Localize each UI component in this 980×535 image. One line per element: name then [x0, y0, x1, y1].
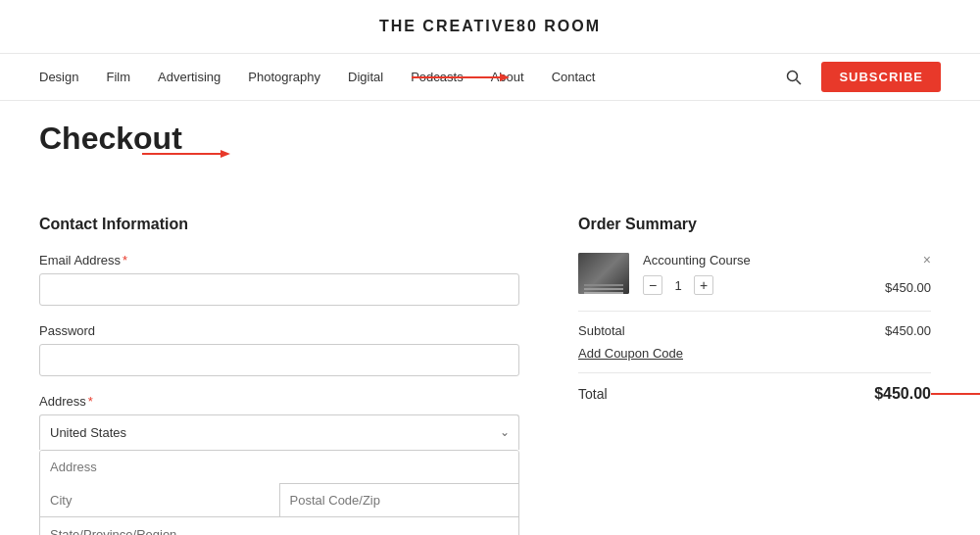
total-label: Total [578, 386, 608, 402]
svg-marker-5 [220, 150, 230, 158]
checkout-arrow-annotation [142, 147, 230, 161]
quantity-increase-button[interactable]: + [694, 275, 713, 295]
country-select-wrapper: United States Canada United Kingdom ⌄ [39, 414, 519, 450]
password-input[interactable] [39, 344, 519, 376]
arrow-svg [412, 71, 510, 84]
subtotal-value: $450.00 [885, 323, 931, 338]
search-button[interactable] [782, 66, 806, 89]
password-group: Password [39, 323, 519, 376]
state-select-wrapper: State/Province/Region Alabama Alaska Cal… [40, 516, 518, 535]
nav-contact[interactable]: Contact [552, 70, 596, 84]
item-name: Accounting Course [643, 253, 931, 268]
item-remove-button[interactable]: × [923, 253, 931, 267]
site-header: THE CREATIVE80 ROOM [0, 0, 980, 54]
order-divider [578, 311, 931, 312]
subtotal-label: Subtotal [578, 323, 625, 338]
svg-marker-1 [500, 73, 510, 81]
order-divider-2 [578, 372, 931, 373]
address-label: Address* [39, 394, 519, 409]
contact-section-title: Contact Information [39, 216, 519, 233]
quantity-decrease-button[interactable]: − [643, 275, 662, 295]
checkout-layout: Contact Information Email Address* Passw… [39, 216, 941, 535]
total-row: Total $450.00 [578, 385, 931, 403]
svg-point-2 [788, 71, 798, 80]
nav-arrow-annotation [412, 71, 510, 84]
nav-advertising[interactable]: Advertising [158, 70, 220, 84]
total-value: $450.00 [874, 385, 931, 403]
state-select[interactable]: State/Province/Region Alabama Alaska Cal… [40, 516, 518, 535]
email-required: * [122, 253, 127, 268]
total-arrow-annotation [931, 387, 980, 401]
country-select[interactable]: United States Canada United Kingdom [39, 414, 519, 450]
postal-input[interactable] [279, 483, 519, 516]
address-street-input[interactable] [40, 451, 518, 483]
site-title: THE CREATIVE80 ROOM [379, 18, 601, 35]
address-required: * [88, 394, 93, 409]
subscribe-button[interactable]: SUBSCRIBE [821, 62, 941, 92]
page-body: Checkout Contact Information Email Addre… [0, 101, 980, 535]
coupon-link[interactable]: Add Coupon Code [578, 346, 683, 361]
quantity-value: 1 [670, 278, 686, 293]
search-icon [786, 70, 802, 85]
nav-digital[interactable]: Digital [348, 70, 383, 84]
address-fields: State/Province/Region Alabama Alaska Cal… [39, 450, 519, 535]
item-thumbnail [578, 253, 629, 294]
email-input[interactable] [39, 273, 519, 306]
nav-design[interactable]: Design [39, 70, 78, 84]
nav-film[interactable]: Film [106, 70, 130, 84]
email-group: Email Address* [39, 253, 519, 306]
subtotal-row: Subtotal $450.00 [578, 323, 931, 338]
item-price: $450.00 [885, 280, 931, 295]
order-summary: Order Summary Accounting Course − 1 + × … [578, 216, 931, 403]
site-nav: Design Film Advertising Photography Digi… [0, 54, 980, 101]
total-arrow-svg [931, 387, 980, 401]
order-summary-title: Order Summary [578, 216, 931, 233]
password-label: Password [39, 323, 519, 338]
city-postal-row [40, 483, 518, 516]
address-group: Address* United States Canada United Kin… [39, 394, 519, 535]
contact-form: Contact Information Email Address* Passw… [39, 216, 519, 535]
nav-right: SUBSCRIBE [782, 62, 941, 92]
email-label: Email Address* [39, 253, 519, 268]
coupon-row: Add Coupon Code [578, 346, 931, 361]
nav-photography[interactable]: Photography [248, 70, 320, 84]
city-input[interactable] [40, 483, 279, 516]
nav-links: Design Film Advertising Photography Digi… [39, 70, 782, 84]
checkout-arrow-svg [142, 147, 230, 161]
svg-line-3 [797, 79, 802, 84]
order-item: Accounting Course − 1 + × $450.00 [578, 253, 931, 295]
